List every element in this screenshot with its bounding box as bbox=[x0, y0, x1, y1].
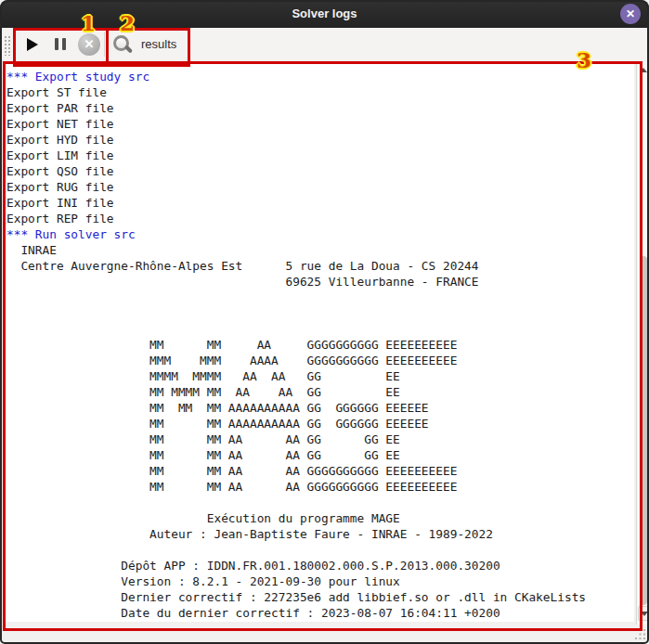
log-area[interactable]: *** Export study src Export ST file Expo… bbox=[6, 64, 634, 622]
window-title: Solver logs bbox=[0, 0, 649, 28]
pause-icon bbox=[55, 38, 66, 50]
toolbar-separator bbox=[104, 32, 105, 57]
stop-x-glyph: ✕ bbox=[84, 37, 95, 51]
close-button[interactable]: ✕ bbox=[620, 4, 641, 24]
scroll-up-button[interactable] bbox=[637, 64, 649, 76]
solver-logs-window: Solver logs ✕ ✕ results *** Export study… bbox=[0, 0, 649, 644]
stop-button[interactable]: ✕ bbox=[75, 30, 103, 58]
search-icon bbox=[112, 34, 133, 55]
results-button[interactable]: results bbox=[109, 30, 183, 58]
scrollbar-thumb[interactable] bbox=[640, 256, 647, 605]
arrow-down-icon bbox=[641, 612, 648, 616]
scroll-down-button[interactable] bbox=[638, 606, 649, 621]
resize-grip[interactable] bbox=[635, 629, 646, 640]
results-button-label: results bbox=[141, 37, 176, 51]
toolbar: ✕ results bbox=[0, 28, 649, 61]
play-icon bbox=[27, 38, 38, 51]
arrow-up-icon bbox=[640, 68, 647, 72]
toolbar-drag-handle[interactable] bbox=[4, 35, 11, 56]
play-button[interactable] bbox=[19, 30, 46, 58]
vertical-scrollbar[interactable] bbox=[636, 62, 649, 625]
stop-icon: ✕ bbox=[78, 33, 100, 56]
log-text: *** Export study src Export ST file Expo… bbox=[6, 64, 634, 621]
pause-button[interactable] bbox=[46, 30, 74, 58]
title-bar[interactable]: Solver logs ✕ bbox=[0, 0, 649, 28]
close-icon: ✕ bbox=[626, 7, 635, 20]
